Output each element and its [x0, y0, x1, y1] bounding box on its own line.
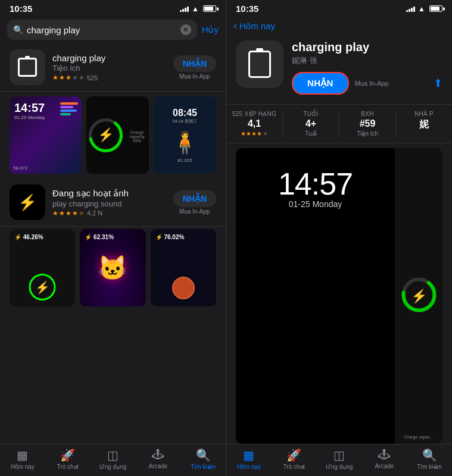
nav-label-games-right: Trò chơi	[283, 464, 305, 470]
screenshot-4[interactable]: ⚡ 46.26% ⚡	[10, 229, 75, 306]
nav-item-arcade-right[interactable]: 🕹 Arcade	[361, 448, 407, 470]
nav-item-search-right[interactable]: 🔍 Tìm kiếm	[407, 448, 452, 470]
ss1-count: 58.072	[13, 165, 27, 171]
star-count-1: 525	[87, 74, 98, 82]
ss1-date: 01-25 Monday	[14, 115, 45, 120]
get-button-large[interactable]: NHẬN	[292, 72, 349, 95]
nav-item-apps-left[interactable]: ◫ Ứng dụng	[91, 448, 136, 470]
main-charge-bolt-icon: ⚡	[411, 289, 427, 304]
arcade-nav-icon-left: 🕹	[152, 448, 164, 462]
ss1-decorations	[60, 102, 78, 115]
battery-app-icon	[18, 58, 37, 77]
stats-row: 525 XẾP HẠNG 4,1 ★★★★★ TUỔI 4+ Tuổi BXH …	[226, 104, 452, 143]
search-input[interactable]: charging play	[27, 25, 177, 35]
main-screenshot-area[interactable]: 14:57 01-25 Monday ⚡ Charge capac...	[236, 148, 442, 444]
back-button[interactable]: ‹ Hôm nay	[233, 20, 275, 32]
star-count-2: 4,2 N	[87, 209, 102, 217]
nav-item-games-left[interactable]: 🚀 Trò chơi	[45, 448, 91, 470]
status-bar-left: 10:35 ▲	[0, 0, 226, 16]
nav-item-apps-right[interactable]: ◫ Ứng dụng	[317, 448, 362, 470]
right-panel: 10:35 ▲ ‹ Hôm nay charging play 妮琳	[226, 0, 452, 476]
nav-label-apps-right: Ứng dụng	[326, 464, 353, 470]
time-left: 10:35	[10, 4, 32, 14]
screenshot-6[interactable]: ⚡ 76.02%	[151, 229, 216, 306]
ss3-figure: 🧍	[172, 130, 198, 155]
screenshot-3[interactable]: 08:45 04-14 星期三 🧍 81.015	[154, 96, 216, 174]
ss1-time: 14:57	[14, 101, 45, 115]
cat-figure-icon: 🐱	[98, 254, 127, 282]
nav-label-games-left: Trò chơi	[57, 464, 79, 470]
games-nav-icon-right: 🚀	[286, 448, 301, 462]
app-name-2: Đang sạc hoạt ảnh	[52, 188, 166, 199]
screenshots-row-2: ⚡ 46.26% ⚡ ⚡ 62.31% 🐱 ⚡ 76.02%	[0, 229, 226, 306]
ss6-circle	[172, 277, 195, 299]
nav-item-search-left[interactable]: 🔍 Tìm kiếm	[180, 448, 226, 470]
app-header-info: charging play 妮琳 张 NHẬN Mua In-App ⬆	[292, 40, 442, 95]
app-header: charging play 妮琳 张 NHẬN Mua In-App ⬆	[226, 36, 452, 99]
screenshot-1[interactable]: 14:57 01-25 Monday 58.072	[10, 96, 82, 174]
status-icons-left: ▲	[180, 5, 216, 13]
app-item-charging-play[interactable]: charging play Tiện ích ★ ★ ★ ★ ★ 525 NHẬ…	[0, 43, 226, 92]
ss1-time-wrap: 14:57 01-25 Monday	[14, 101, 45, 120]
today-nav-icon-left: ▦	[17, 448, 28, 462]
games-nav-icon-left: 🚀	[60, 448, 75, 462]
app-info-charging-play: charging play Tiện ích ★ ★ ★ ★ ★ 525	[52, 53, 166, 82]
search-nav-icon-left: 🔍	[196, 448, 211, 462]
star2-4: ★	[72, 209, 78, 217]
app-icon-charging-play	[10, 49, 45, 85]
charging-bolt-icon: ⚡	[18, 193, 37, 212]
app-developer: 妮琳 张	[292, 55, 442, 66]
stat-value-age: 4+	[306, 118, 316, 129]
stat-age: TUỔI 4+ Tuổi	[283, 111, 339, 137]
star2-5: ★	[79, 209, 85, 217]
nav-label-apps-left: Ứng dụng	[99, 464, 127, 470]
app-name-1: charging play	[52, 53, 166, 63]
wifi-icon: ▲	[192, 5, 199, 13]
search-glass-icon: 🔍	[13, 25, 23, 35]
main-ss-charge-side: ⚡ Charge capac...	[395, 148, 442, 444]
nav-label-search-right: Tìm kiếm	[417, 464, 442, 470]
screenshot-2[interactable]: ⚡ Charge capacity 69%	[86, 96, 149, 174]
nav-item-today-left[interactable]: ▦ Hôm nay	[0, 448, 45, 470]
star-2: ★	[59, 74, 65, 82]
app-icon-dang-sac: ⚡	[10, 184, 45, 220]
charge-caption-main: Charge capac...	[395, 435, 442, 439]
app-item-dang-sac[interactable]: ⚡ Đang sạc hoạt ảnh play charging sound …	[0, 178, 226, 227]
signal-icon	[180, 5, 189, 12]
back-nav: ‹ Hôm nay	[226, 16, 452, 36]
star2-2: ★	[59, 209, 65, 217]
stat-value-dev: 妮	[419, 118, 429, 131]
star2-1: ★	[52, 209, 58, 217]
nav-item-today-right[interactable]: ▦ Hôm nay	[226, 448, 272, 470]
stat-value-rank: #59	[360, 118, 376, 129]
apps-nav-icon-right: ◫	[333, 448, 345, 462]
battery-large-icon	[248, 51, 271, 78]
star-4: ★	[72, 74, 78, 82]
ss3-time: 08:45	[173, 108, 197, 118]
get-button-2[interactable]: NHẬN	[173, 190, 216, 207]
search-input-wrap[interactable]: 🔍 charging play ✕	[7, 20, 197, 40]
cancel-button[interactable]: Hủy	[202, 24, 219, 35]
stat-label-rating: 525 XẾP HẠNG	[232, 111, 276, 117]
ss3-count: 81.015	[177, 158, 192, 163]
star-5: ★	[79, 74, 85, 82]
get-button-1[interactable]: NHẬN	[173, 55, 216, 72]
search-clear-button[interactable]: ✕	[180, 24, 191, 35]
nav-label-arcade-right: Arcade	[375, 463, 394, 469]
nav-item-games-right[interactable]: 🚀 Trò chơi	[272, 448, 317, 470]
ss4-bolt-circle: ⚡	[29, 274, 56, 300]
share-icon[interactable]: ⬆	[434, 77, 442, 90]
stat-sub-rank: Tiện ích	[357, 130, 378, 137]
rating-stars: ★★★★★	[241, 130, 268, 137]
stat-label-age: TUỔI	[303, 111, 318, 117]
nav-item-arcade-left[interactable]: 🕹 Arcade	[135, 448, 180, 470]
bottom-nav-left: ▦ Hôm nay 🚀 Trò chơi ◫ Ứng dụng 🕹 Arcade…	[0, 444, 226, 476]
arcade-nav-icon-right: 🕹	[378, 448, 390, 462]
screenshot-5[interactable]: ⚡ 62.31% 🐱	[80, 229, 145, 306]
ss3-date: 04-14 星期三	[173, 118, 197, 124]
nav-label-arcade-left: Arcade	[148, 463, 167, 469]
in-app-wrap: Mua In-App	[355, 80, 389, 87]
star2-3: ★	[66, 209, 71, 217]
left-panel: 10:35 ▲ 🔍 charging play ✕ Hủy	[0, 0, 226, 476]
bottom-nav-right: ▦ Hôm nay 🚀 Trò chơi ◫ Ứng dụng 🕹 Arcade…	[226, 444, 452, 476]
